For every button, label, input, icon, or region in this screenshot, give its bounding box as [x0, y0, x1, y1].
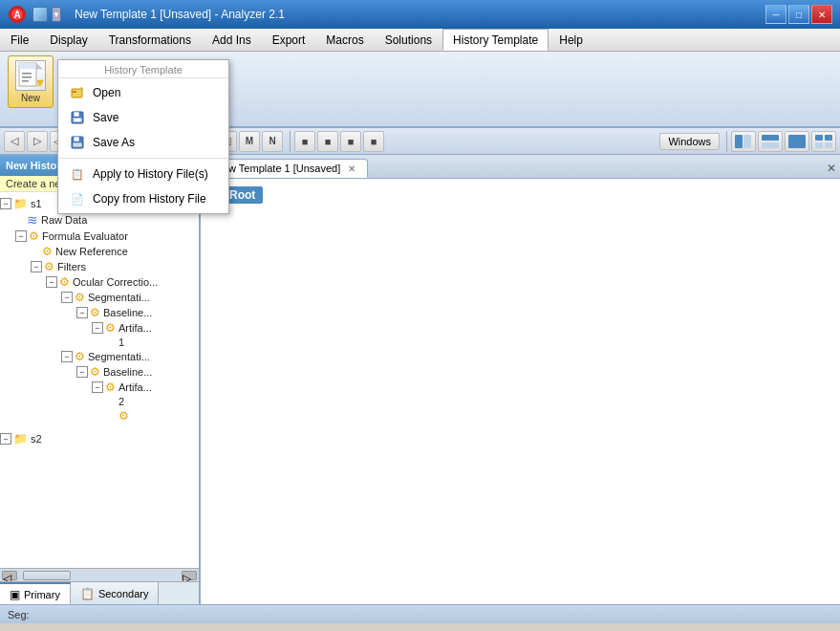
- scroll-right-btn[interactable]: ▷: [182, 571, 197, 580]
- svg-rect-10: [72, 89, 82, 98]
- tb-view-2[interactable]: [758, 131, 783, 152]
- scroll-thumb[interactable]: [23, 571, 71, 580]
- dropdown-item-saveas[interactable]: Save As: [58, 130, 228, 155]
- tree-node-more[interactable]: ⚙: [0, 408, 199, 424]
- tree-node-formula[interactable]: − ⚙ Formula Evaluator: [0, 228, 199, 244]
- gear-icon-filters: ⚙: [44, 260, 54, 273]
- tree-node-artifact1[interactable]: − ⚙ Artifa...: [0, 320, 199, 336]
- menu-history-template[interactable]: History Template: [442, 29, 549, 51]
- toggle-baseline1[interactable]: −: [76, 307, 88, 318]
- new-button[interactable]: New: [8, 55, 54, 108]
- menu-export[interactable]: Export: [262, 29, 316, 51]
- tree-node-item2[interactable]: 2: [0, 395, 199, 408]
- dropdown-divider: [58, 158, 228, 159]
- tb-btn-14[interactable]: ■: [340, 131, 361, 152]
- svg-rect-27: [815, 142, 823, 148]
- tree-node-s2[interactable]: − 📁 s2: [0, 431, 199, 446]
- quick-dropdown[interactable]: ▼: [52, 7, 61, 22]
- svg-rect-22: [762, 135, 779, 141]
- dropdown-item-save[interactable]: Save: [58, 105, 228, 130]
- content-tab-close[interactable]: ✕: [346, 163, 357, 174]
- tb-btn-10[interactable]: M: [239, 131, 260, 152]
- tree-node-item1[interactable]: 1: [0, 336, 199, 349]
- menu-addins[interactable]: Add Ins: [202, 29, 262, 51]
- dropdown-item-apply[interactable]: 📋 Apply to History File(s): [58, 162, 228, 186]
- new-label: New: [21, 93, 40, 103]
- window-controls: ─ □ ✕: [765, 5, 832, 24]
- saveas-label: Save As: [93, 136, 135, 149]
- menu-help[interactable]: Help: [549, 29, 593, 51]
- scroll-left-btn[interactable]: ◁: [2, 571, 17, 580]
- toggle-seg2[interactable]: −: [61, 351, 73, 362]
- toggle-artifact1[interactable]: −: [92, 322, 103, 334]
- menu-macros[interactable]: Macros: [315, 29, 374, 51]
- minimize-button[interactable]: ─: [765, 5, 786, 24]
- toggle-s1[interactable]: −: [0, 198, 11, 209]
- tb-btn-15[interactable]: ■: [363, 131, 384, 152]
- new-button-icon: [15, 60, 46, 91]
- tb-view-4[interactable]: [811, 131, 836, 152]
- content-tab-bar: New Template 1 [Unsaved] ✕ ✕: [201, 155, 840, 179]
- tree-node-baseline1[interactable]: − ⚙ Baseline...: [0, 305, 199, 320]
- tb-btn-12[interactable]: ■: [294, 131, 315, 152]
- tree-node-ocular[interactable]: − ⚙ Ocular Correctio...: [0, 274, 199, 290]
- tb-view-3[interactable]: [785, 131, 809, 152]
- gear-icon-artifact2: ⚙: [105, 381, 116, 394]
- svg-marker-9: [37, 80, 43, 86]
- toggle-baseline2[interactable]: −: [76, 366, 88, 378]
- toggle-artifact2[interactable]: −: [92, 381, 103, 393]
- dropdown-item-open[interactable]: Open: [58, 80, 228, 105]
- tree-node-filters[interactable]: − ⚙ Filters: [0, 259, 199, 274]
- label-rawdata: Raw Data: [41, 214, 87, 226]
- tb-btn-13[interactable]: ■: [317, 131, 338, 152]
- dropdown-item-copy[interactable]: 📄 Copy from History File: [58, 186, 228, 211]
- quick-btn-1[interactable]: [32, 7, 48, 22]
- toggle-ocular[interactable]: −: [46, 276, 57, 288]
- tree-node-artifact2[interactable]: − ⚙ Artifa...: [0, 380, 199, 395]
- apply-label: Apply to History File(s): [93, 167, 208, 181]
- toggle-seg1[interactable]: −: [61, 292, 73, 303]
- svg-rect-21: [743, 135, 751, 148]
- gear-icon-formula: ⚙: [29, 229, 39, 243]
- maximize-button[interactable]: □: [788, 5, 809, 24]
- label-baseline1: Baseline...: [103, 307, 152, 318]
- folder-icon-s1: 📁: [13, 197, 28, 210]
- tab-secondary[interactable]: 📋 Secondary: [71, 582, 160, 604]
- svg-rect-23: [762, 142, 779, 148]
- gear-icon-ocular: ⚙: [59, 275, 70, 289]
- tree-node-baseline2[interactable]: − ⚙ Baseline...: [0, 364, 199, 380]
- open-icon: [70, 85, 85, 100]
- h-scrollbar[interactable]: ◁ ▷: [0, 568, 199, 581]
- secondary-tab-icon: 📋: [80, 587, 95, 600]
- windows-button[interactable]: Windows: [659, 133, 720, 150]
- tb-btn-2[interactable]: ▷: [27, 131, 48, 152]
- svg-rect-18: [74, 137, 79, 141]
- svg-rect-6: [22, 73, 32, 75]
- tab-primary[interactable]: ▣ Primary: [0, 582, 71, 604]
- tb-view-1[interactable]: [731, 131, 756, 152]
- menu-display[interactable]: Display: [39, 29, 97, 51]
- app-icon: A: [8, 5, 27, 24]
- left-panel: New History Template ✕ Create a new hist…: [0, 155, 201, 604]
- menu-file[interactable]: File: [0, 29, 39, 51]
- gear-icon-seg2: ⚙: [75, 350, 85, 363]
- right-panel-close[interactable]: ✕: [827, 162, 836, 175]
- tree-node-seg2[interactable]: − ⚙ Segmentati...: [0, 349, 199, 364]
- open-label: Open: [93, 86, 120, 99]
- menu-solutions[interactable]: Solutions: [375, 29, 442, 51]
- label-seg2: Segmentati...: [88, 351, 150, 362]
- copy-label: Copy from History File: [93, 192, 206, 206]
- tb-btn-11[interactable]: N: [262, 131, 283, 152]
- menu-transformations[interactable]: Transformations: [98, 29, 202, 51]
- close-button[interactable]: ✕: [811, 5, 832, 24]
- tree-area: − 📁 s1 ≋ Raw Data − ⚙ Formula Evaluator …: [0, 192, 199, 568]
- tb-btn-1[interactable]: ◁: [4, 131, 25, 152]
- tree-node-seg1[interactable]: − ⚙ Segmentati...: [0, 290, 199, 305]
- label-formula: Formula Evaluator: [42, 230, 128, 242]
- label-item1: 1: [118, 337, 124, 348]
- toggle-filters[interactable]: −: [31, 261, 42, 272]
- tree-node-newref[interactable]: ⚙ New Reference: [0, 244, 199, 259]
- toggle-s2[interactable]: −: [0, 433, 11, 445]
- toggle-formula[interactable]: −: [15, 230, 27, 242]
- label-s2: s2: [31, 433, 42, 445]
